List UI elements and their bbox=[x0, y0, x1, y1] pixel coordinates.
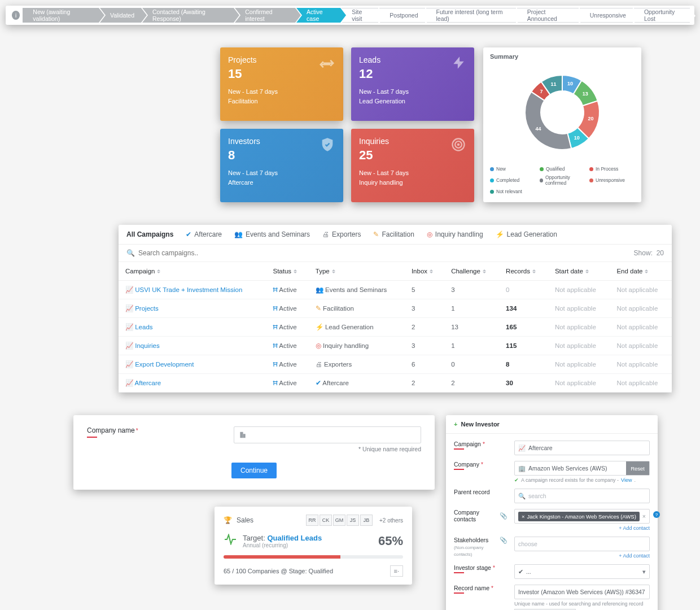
summary-title: Summary bbox=[490, 53, 635, 60]
add-contact-link[interactable]: + Add contact bbox=[514, 525, 650, 531]
info-icon[interactable]: i bbox=[12, 11, 20, 20]
campaign-tab[interactable]: ✎Facilitation bbox=[373, 230, 414, 238]
svg-text:7: 7 bbox=[540, 89, 542, 94]
metric-investors[interactable]: Investors 8 New - Last 7 daysAftercare bbox=[220, 129, 343, 202]
campaign-link[interactable]: 📈 Aftercare bbox=[119, 374, 266, 393]
shield-check-icon bbox=[320, 137, 335, 152]
avatar[interactable]: JB bbox=[360, 515, 373, 526]
column-header[interactable]: Status bbox=[266, 262, 308, 281]
others-count[interactable]: +2 others bbox=[379, 517, 403, 524]
svg-text:10: 10 bbox=[574, 135, 580, 141]
pipeline-stage[interactable]: Opportunity Lost bbox=[634, 8, 690, 23]
svg-text:20: 20 bbox=[588, 116, 594, 121]
svg-text:13: 13 bbox=[583, 91, 588, 97]
svg-point-2 bbox=[458, 144, 459, 145]
pipeline-stage[interactable]: Active case bbox=[296, 8, 340, 23]
column-header[interactable]: Start date bbox=[548, 262, 610, 281]
record-name-input[interactable]: Investor (Amazon Web Services (AWS)) #36… bbox=[514, 585, 650, 599]
svg-text:10: 10 bbox=[567, 81, 573, 86]
pipeline-stage[interactable]: Confirmed interest bbox=[235, 8, 295, 23]
column-header[interactable]: Challenge bbox=[444, 262, 499, 281]
legend-item: Completed bbox=[490, 175, 535, 186]
sales-title: Sales bbox=[237, 516, 253, 524]
campaign-tabs: All Campaigns✔Aftercare👥Events and Semin… bbox=[119, 225, 672, 245]
table-row: 📈 Inquiries Ħ Active ◎ Inquiry handling … bbox=[119, 337, 672, 355]
company-name-input[interactable] bbox=[234, 426, 421, 443]
pipeline-stage[interactable]: Site visit bbox=[342, 8, 378, 23]
campaign-tab[interactable]: 🖨Exporters bbox=[322, 230, 361, 238]
activity-icon bbox=[224, 534, 237, 548]
unique-name-hint: * Unique name required bbox=[234, 446, 421, 452]
pipeline-stage[interactable]: Contacted (Awaiting Response) bbox=[142, 8, 234, 23]
campaigns-panel: All Campaigns✔Aftercare👥Events and Semin… bbox=[119, 225, 672, 393]
legend-item: Qualified bbox=[540, 166, 585, 172]
target-value[interactable]: Qualified Leads bbox=[267, 534, 322, 542]
pipeline-stage[interactable]: Validated bbox=[100, 8, 141, 23]
search-campaigns-input[interactable] bbox=[138, 249, 251, 257]
table-row: 📈 Leads Ħ Active ⚡ Lead Generation 2 13 … bbox=[119, 318, 672, 337]
pipeline-stage[interactable]: Unresponsive bbox=[580, 8, 633, 23]
sales-widget: 🏆 Sales RRCKGMJSJB +2 others Target: Qua… bbox=[215, 507, 412, 585]
avatar[interactable]: RR bbox=[306, 515, 318, 526]
show-label: Show: bbox=[634, 249, 653, 257]
chart-line-icon: 📈 bbox=[518, 445, 526, 452]
plus-icon: + bbox=[454, 421, 457, 428]
show-value[interactable]: 20 bbox=[657, 249, 664, 257]
parent-record-search[interactable]: 🔍search bbox=[514, 489, 650, 503]
campaign-link[interactable]: 📈 USVI UK Trade + Investment Mission bbox=[119, 281, 266, 299]
column-header[interactable]: Records bbox=[499, 262, 548, 281]
company-name-label: Company name bbox=[87, 426, 135, 434]
campaign-tab[interactable]: ⚡Lead Generation bbox=[496, 230, 557, 238]
contact-chip[interactable]: ×Jack Kingston - Amazon Web Services (AW… bbox=[518, 512, 640, 521]
pipeline-stage[interactable]: Postponed bbox=[379, 8, 425, 23]
legend-item: New bbox=[490, 166, 535, 172]
contacts-input[interactable]: ×Jack Kingston - Amazon Web Services (AW… bbox=[514, 509, 650, 524]
table-row: 📈 Aftercare Ħ Active ✔ Aftercare 2 2 30 … bbox=[119, 374, 672, 393]
help-icon[interactable]: ? bbox=[653, 511, 660, 518]
add-stakeholder-link[interactable]: + Add contact bbox=[514, 553, 650, 559]
investor-stage-select[interactable]: ✔...▾ bbox=[514, 564, 650, 579]
metric-inquiries[interactable]: Inquiries 25 New - Last 7 daysInquiry ha… bbox=[351, 129, 474, 202]
column-header[interactable]: Type bbox=[309, 262, 405, 281]
avatar[interactable]: JS bbox=[347, 515, 359, 526]
column-header[interactable]: Campaign bbox=[119, 262, 266, 281]
metric-projects[interactable]: Projects 15 New - Last 7 daysFacilitatio… bbox=[220, 47, 343, 121]
pipeline-stages: i New (awaiting validation)ValidatedCont… bbox=[6, 6, 694, 25]
target-pct: 65% bbox=[378, 534, 403, 548]
campaign-tab[interactable]: ✔Aftercare bbox=[186, 230, 222, 238]
table-row: 📈 Projects Ħ Active ✎ Facilitation 3 1 1… bbox=[119, 299, 672, 318]
legend-item: Opportunity confirmed bbox=[540, 175, 585, 186]
campaign-tab[interactable]: ◎Inquiry handling bbox=[427, 230, 483, 238]
column-header[interactable]: Inbox bbox=[405, 262, 444, 281]
reset-button[interactable]: Reset bbox=[626, 461, 649, 475]
column-header[interactable]: End date bbox=[610, 262, 672, 281]
avatar[interactable]: CK bbox=[320, 515, 332, 526]
legend-item: Not relevant bbox=[490, 189, 535, 194]
continue-button[interactable]: Continue bbox=[231, 463, 277, 478]
campaign-link[interactable]: 📈 Export Development bbox=[119, 355, 266, 374]
summary-card: Summary 1013201044711 NewQualifiedIn Pro… bbox=[483, 47, 641, 202]
bolt-icon bbox=[452, 55, 466, 70]
search-icon: 🔍 bbox=[126, 249, 135, 257]
pipeline-stage[interactable]: New (awaiting validation) bbox=[23, 8, 99, 23]
pipeline-stage[interactable]: Project Announced bbox=[517, 8, 579, 23]
view-link[interactable]: View bbox=[621, 477, 632, 483]
metric-leads[interactable]: Leads 12 New - Last 7 daysLead Generatio… bbox=[351, 47, 474, 121]
campaign-tab[interactable]: 👥Events and Seminars bbox=[234, 230, 310, 238]
campaign-link[interactable]: 📈 Leads bbox=[119, 318, 266, 337]
campaign-select[interactable]: 📈Aftercare bbox=[514, 441, 650, 455]
company-input[interactable]: 🏢 Amazon Web Services (AWS) Reset bbox=[514, 461, 650, 476]
svg-text:11: 11 bbox=[551, 81, 557, 87]
svg-rect-10 bbox=[240, 432, 243, 438]
options-icon[interactable]: ≡· bbox=[390, 565, 403, 577]
building-icon: 🏢 bbox=[518, 465, 526, 472]
pipeline-stage[interactable]: Future interest (long term lead) bbox=[426, 8, 516, 23]
stakeholders-input[interactable]: choose bbox=[514, 537, 650, 551]
legend-item: In Process bbox=[589, 166, 635, 172]
company-form: Company name * * Unique name required Co… bbox=[73, 415, 435, 490]
campaign-link[interactable]: 📈 Inquiries bbox=[119, 337, 266, 355]
campaigns-table: CampaignStatusTypeInboxChallengeRecordsS… bbox=[119, 262, 672, 393]
campaign-tab[interactable]: All Campaigns bbox=[126, 230, 173, 238]
avatar[interactable]: GM bbox=[333, 515, 345, 526]
campaign-link[interactable]: 📈 Projects bbox=[119, 299, 266, 318]
